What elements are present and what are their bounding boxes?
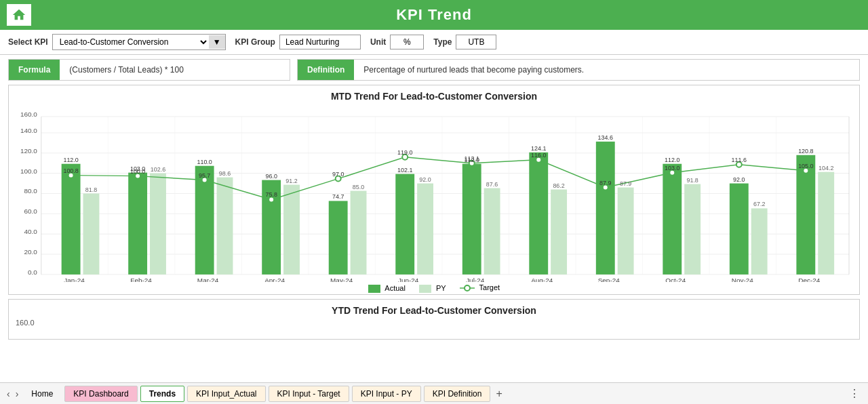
svg-text:100.0: 100.0 bbox=[20, 167, 37, 175]
legend-py: PY bbox=[419, 284, 446, 293]
bar-py-jun bbox=[417, 184, 433, 275]
bar-py-nov bbox=[751, 208, 768, 275]
label-actual-apr: 96.0 bbox=[265, 173, 277, 180]
label-target-nov: 111.6 bbox=[732, 157, 747, 163]
bar-actual-feb bbox=[128, 173, 147, 275]
label-py-apr: 91.2 bbox=[285, 178, 297, 184]
tab-home[interactable]: Home bbox=[22, 386, 62, 402]
label-actual-mar: 110.0 bbox=[197, 159, 212, 165]
bar-actual-jul bbox=[462, 164, 481, 275]
home-icon-button[interactable] bbox=[7, 4, 31, 26]
label-actual-oct: 112.0 bbox=[665, 157, 679, 163]
bar-actual-aug bbox=[529, 153, 548, 275]
formula-definition-row: Formula (Customers / Total Leads) * 100 … bbox=[8, 59, 860, 81]
kpi-select-wrapper[interactable]: Lead-to-Customer Conversion ▼ bbox=[52, 34, 226, 50]
bar-py-apr bbox=[283, 185, 300, 275]
svg-text:120.0: 120.0 bbox=[20, 147, 37, 155]
bar-actual-sep bbox=[596, 142, 615, 275]
legend-target: Target bbox=[460, 283, 500, 293]
xlabel-oct: Oct-24 bbox=[665, 277, 686, 282]
page-title: KPI Trend bbox=[396, 6, 472, 24]
definition-label: Definition bbox=[298, 60, 354, 80]
label-target-aug: 116.0 bbox=[531, 152, 546, 159]
tab-bar: ‹ › Home KPI Dashboard Trends KPI Input_… bbox=[0, 382, 868, 404]
header: KPI Trend bbox=[0, 0, 868, 30]
tab-kpi-dashboard[interactable]: KPI Dashboard bbox=[64, 386, 137, 402]
label-py-may: 85.0 bbox=[353, 184, 364, 190]
svg-text:20.0: 20.0 bbox=[24, 248, 38, 256]
label-py-feb: 102.6 bbox=[151, 166, 165, 173]
bar-py-sep bbox=[618, 188, 634, 275]
ytd-chart-title: YTD Trend For Lead-to-Customer Conversio… bbox=[16, 305, 852, 316]
label-actual-dec: 120.8 bbox=[798, 148, 813, 155]
xlabel-sep: Sep-24 bbox=[598, 277, 620, 282]
legend-actual: Actual bbox=[368, 284, 406, 293]
bar-py-jul bbox=[484, 188, 500, 275]
tab-add-button[interactable]: + bbox=[492, 388, 506, 400]
tab-more-button[interactable]: ⋮ bbox=[845, 387, 864, 400]
mtd-chart-area: 0.0 20.0 40.0 60.0 80.0 100.0 120.0 140.… bbox=[16, 104, 852, 282]
formula-box: Formula (Customers / Total Leads) * 100 bbox=[8, 59, 290, 81]
xlabel-jan: Jan-24 bbox=[64, 277, 85, 282]
bar-actual-jan bbox=[62, 164, 81, 275]
kpi-dropdown-button[interactable]: ▼ bbox=[209, 35, 225, 49]
xlabel-mar: Mar-24 bbox=[197, 277, 219, 282]
xlabel-apr: Apr-24 bbox=[264, 277, 285, 282]
mtd-chart-title: MTD Trend For Lead-to-Customer Conversio… bbox=[16, 91, 852, 102]
label-target-jun: 119.0 bbox=[397, 149, 412, 156]
controls-bar: Select KPI Lead-to-Customer Conversion ▼… bbox=[0, 30, 868, 55]
label-py-jun: 92.0 bbox=[419, 176, 431, 183]
label-py-jan: 81.8 bbox=[85, 186, 97, 193]
label-target-oct: 103.0 bbox=[665, 165, 679, 171]
svg-text:60.0: 60.0 bbox=[24, 207, 38, 215]
unit-value: % bbox=[390, 35, 424, 49]
svg-text:140.0: 140.0 bbox=[20, 127, 37, 134]
xlabel-jun: Jun-24 bbox=[398, 277, 419, 282]
chart-legend: Actual PY Target bbox=[16, 283, 852, 293]
tab-kpi-input-target[interactable]: KPI Input - Target bbox=[269, 386, 349, 402]
xlabel-feb: Feb-24 bbox=[130, 277, 152, 282]
svg-text:80.0: 80.0 bbox=[24, 187, 38, 195]
definition-box: Definition Percentage of nurtured leads … bbox=[297, 59, 860, 81]
bar-actual-oct bbox=[663, 164, 682, 275]
kpi-group-label: KPI Group bbox=[235, 37, 275, 47]
tab-kpi-definition[interactable]: KPI Definition bbox=[424, 386, 491, 402]
tab-kpi-input-py[interactable]: KPI Input - PY bbox=[352, 386, 421, 402]
kpi-group-value: Lead Nurturing bbox=[279, 35, 361, 49]
label-actual-jan: 112.0 bbox=[63, 157, 78, 163]
mtd-chart-section: MTD Trend For Lead-to-Customer Conversio… bbox=[8, 85, 860, 295]
label-target-feb: 100.0 bbox=[130, 168, 145, 175]
label-target-jan: 100.8 bbox=[63, 167, 78, 174]
label-actual-jun: 102.1 bbox=[397, 167, 412, 174]
bar-py-oct bbox=[684, 184, 701, 275]
mtd-chart-svg: 0.0 20.0 40.0 60.0 80.0 100.0 120.0 140.… bbox=[16, 104, 852, 282]
label-py-dec: 104.2 bbox=[818, 165, 833, 171]
xlabel-may: May-24 bbox=[330, 277, 353, 282]
label-py-nov: 67.2 bbox=[753, 201, 765, 207]
label-target-jul: 113.1 bbox=[465, 155, 479, 162]
tab-trends[interactable]: Trends bbox=[140, 386, 184, 402]
label-py-aug: 86.2 bbox=[553, 182, 564, 189]
kpi-select[interactable]: Lead-to-Customer Conversion bbox=[53, 35, 209, 49]
label-py-oct: 91.8 bbox=[686, 177, 698, 184]
label-py-mar: 98.6 bbox=[219, 170, 231, 177]
bar-actual-may bbox=[329, 201, 348, 274]
definition-value: Percentage of nurtured leads that become… bbox=[354, 60, 593, 80]
label-target-dec: 105.0 bbox=[798, 163, 813, 169]
label-actual-nov: 92.0 bbox=[733, 176, 745, 183]
svg-text:40.0: 40.0 bbox=[24, 228, 38, 235]
tab-kpi-input-actual[interactable]: KPI Input_Actual bbox=[187, 386, 265, 402]
bar-py-feb bbox=[150, 174, 166, 275]
formula-value: (Customers / Total Leads) * 100 bbox=[60, 60, 193, 80]
type-value: UTB bbox=[456, 35, 496, 49]
tab-next-button[interactable]: › bbox=[13, 388, 22, 399]
tab-prev-button[interactable]: ‹ bbox=[4, 388, 13, 399]
xlabel-nov: Nov-24 bbox=[732, 277, 754, 282]
label-actual-may: 74.7 bbox=[332, 193, 344, 200]
label-target-mar: 95.7 bbox=[199, 172, 210, 179]
label-actual-sep: 134.6 bbox=[598, 134, 613, 141]
bar-actual-nov bbox=[730, 184, 749, 275]
formula-label: Formula bbox=[9, 60, 60, 80]
xlabel-dec: Dec-24 bbox=[798, 277, 821, 282]
svg-point-32 bbox=[465, 285, 470, 291]
